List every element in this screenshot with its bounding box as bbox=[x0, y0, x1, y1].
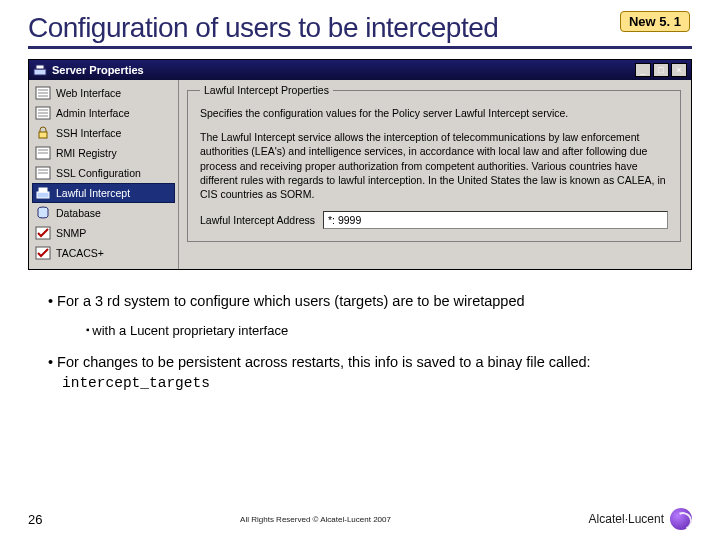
sidebar-item-label: Lawful Intercept bbox=[56, 187, 130, 199]
window-titlebar: Server Properties _ □ × bbox=[29, 60, 691, 80]
minimize-button[interactable]: _ bbox=[635, 63, 651, 77]
sidebar-item-label: Database bbox=[56, 207, 101, 219]
description-2: The Lawful Intercept service allows the … bbox=[200, 130, 668, 201]
form-icon bbox=[35, 106, 51, 120]
sidebar-item-snmp[interactable]: SNMP bbox=[32, 223, 175, 243]
form-icon bbox=[35, 166, 51, 180]
server-properties-window: Server Properties _ □ × Web Interface Ad… bbox=[28, 59, 692, 270]
copyright: All Rights Reserved © Alcatel-Lucent 200… bbox=[42, 515, 588, 524]
new-version-badge: New 5. 1 bbox=[620, 11, 690, 32]
sidebar-item-admin-interface[interactable]: Admin Interface bbox=[32, 103, 175, 123]
window-buttons: _ □ × bbox=[635, 63, 687, 77]
window-content: Lawful Intercept Properties Specifies th… bbox=[179, 80, 691, 269]
sidebar-item-label: SSL Configuration bbox=[56, 167, 141, 179]
brand-logo-icon bbox=[670, 508, 692, 530]
sidebar: Web Interface Admin Interface SSH Interf… bbox=[29, 80, 179, 269]
lock-icon bbox=[35, 126, 51, 140]
sidebar-item-web-interface[interactable]: Web Interface bbox=[32, 83, 175, 103]
brand-text: Alcatel·Lucent bbox=[589, 512, 664, 526]
maximize-button[interactable]: □ bbox=[653, 63, 669, 77]
address-field-label: Lawful Intercept Address bbox=[200, 214, 315, 226]
bullet-list: For a 3 rd system to configure which use… bbox=[28, 292, 692, 393]
svg-rect-0 bbox=[34, 69, 46, 75]
svg-rect-1 bbox=[36, 65, 44, 69]
sidebar-item-lawful-intercept[interactable]: Lawful Intercept bbox=[32, 183, 175, 203]
lawful-intercept-group: Lawful Intercept Properties Specifies th… bbox=[187, 84, 681, 242]
svg-rect-10 bbox=[39, 132, 47, 138]
sidebar-item-database[interactable]: Database bbox=[32, 203, 175, 223]
sidebar-item-label: TACACS+ bbox=[56, 247, 104, 259]
window-body: Web Interface Admin Interface SSH Interf… bbox=[29, 80, 691, 269]
bullet-1: For a 3 rd system to configure which use… bbox=[48, 292, 692, 312]
description-1: Specifies the configuration values for t… bbox=[200, 106, 668, 120]
bullet-1-sub: with a Lucent proprietary interface bbox=[86, 322, 692, 340]
close-button[interactable]: × bbox=[671, 63, 687, 77]
sidebar-item-label: Admin Interface bbox=[56, 107, 130, 119]
sidebar-item-label: Web Interface bbox=[56, 87, 121, 99]
check-icon bbox=[35, 246, 51, 260]
group-legend: Lawful Intercept Properties bbox=[200, 84, 333, 96]
sidebar-item-tacacs[interactable]: TACACS+ bbox=[32, 243, 175, 263]
svg-rect-17 bbox=[37, 192, 49, 198]
brand: Alcatel·Lucent bbox=[589, 508, 692, 530]
sidebar-item-label: SSH Interface bbox=[56, 127, 121, 139]
form-icon bbox=[35, 86, 51, 100]
slide-root: Configuration of users to be intercepted… bbox=[0, 0, 720, 540]
sidebar-item-ssh-interface[interactable]: SSH Interface bbox=[32, 123, 175, 143]
address-field-row: Lawful Intercept Address bbox=[200, 211, 668, 229]
slide-footer: 26 All Rights Reserved © Alcatel-Lucent … bbox=[0, 508, 720, 530]
check-icon bbox=[35, 226, 51, 240]
title-row: Configuration of users to be intercepted bbox=[28, 12, 692, 49]
server-icon bbox=[35, 186, 51, 200]
svg-rect-18 bbox=[39, 188, 47, 192]
form-icon bbox=[35, 146, 51, 160]
bullet-2-text: For changes to be persistent across rest… bbox=[57, 354, 591, 370]
database-icon bbox=[35, 206, 51, 220]
page-number: 26 bbox=[28, 512, 42, 527]
lawful-intercept-address-input[interactable] bbox=[323, 211, 668, 229]
sidebar-item-label: RMI Registry bbox=[56, 147, 117, 159]
sidebar-item-label: SNMP bbox=[56, 227, 86, 239]
sidebar-item-ssl-configuration[interactable]: SSL Configuration bbox=[32, 163, 175, 183]
sidebar-item-rmi-registry[interactable]: RMI Registry bbox=[32, 143, 175, 163]
bullet-2: For changes to be persistent across rest… bbox=[48, 353, 692, 393]
intercept-targets-code: intercept_targets bbox=[62, 375, 210, 391]
window-title: Server Properties bbox=[52, 64, 635, 76]
page-title: Configuration of users to be intercepted bbox=[28, 12, 692, 44]
window-icon bbox=[33, 64, 47, 76]
